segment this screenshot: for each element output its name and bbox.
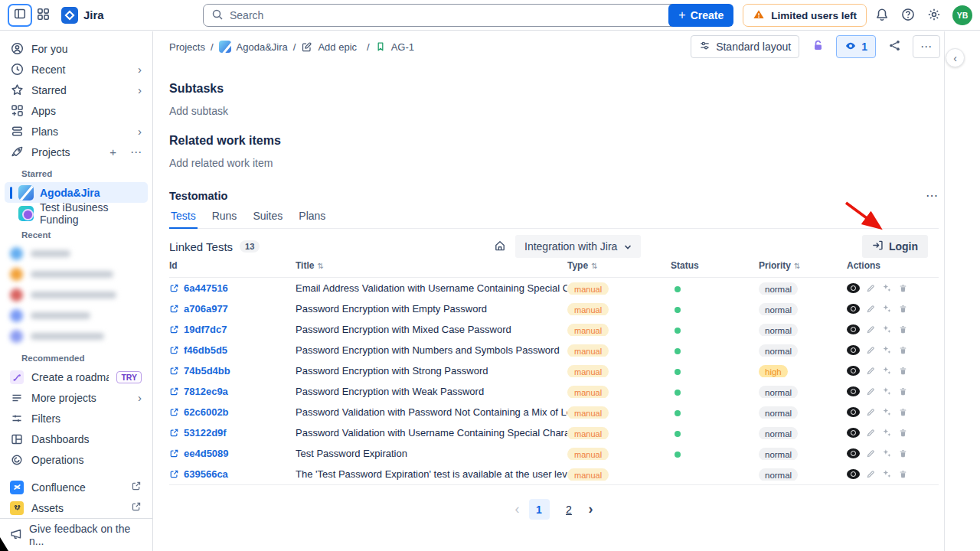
sidebar-item-filters[interactable]: Filters [0,408,152,429]
ai-test-icon[interactable] [882,324,892,334]
delete-test-icon[interactable] [898,345,908,355]
breadcrumb-issue-key[interactable]: AG-1 [391,41,414,53]
delete-test-icon[interactable] [898,324,908,334]
edit-test-icon[interactable] [866,469,876,479]
view-test-icon[interactable] [847,407,860,417]
recent-item-blurred[interactable] [0,264,152,285]
edit-test-icon[interactable] [866,448,876,458]
view-test-icon[interactable] [847,324,860,334]
pagination-next-button[interactable]: › [589,501,593,517]
edit-test-icon[interactable] [866,304,876,314]
collapse-panel-button[interactable]: ‹ [946,48,965,67]
sidebar-item-confluence[interactable]: Confluence [0,477,152,497]
pagination-prev-button[interactable]: ‹ [515,501,520,517]
test-id-link[interactable]: 7812ec9a [184,386,228,397]
sidebar-item-create-roadmap[interactable]: Create a roadmap TRY [0,367,152,387]
pagination-page-1[interactable]: 1 [529,499,550,520]
tab-tests[interactable]: Tests [169,210,198,229]
login-button[interactable]: Login [862,235,928,258]
sidebar-item-apps[interactable]: Apps [0,100,152,121]
sidebar-item-recent[interactable]: Recent › [0,59,152,80]
integration-dropdown[interactable]: Integration with Jira [515,235,641,258]
sidebar-item-assets[interactable]: Assets [0,497,152,518]
search-bar[interactable] [203,4,705,27]
column-title[interactable]: Title⇅ [296,260,567,271]
jira-brand[interactable]: Jira [61,7,104,24]
edit-test-icon[interactable] [866,283,876,293]
delete-test-icon[interactable] [898,407,908,417]
sidebar-item-starred[interactable]: Starred › [0,80,152,100]
edit-test-icon[interactable] [866,324,876,334]
ai-test-icon[interactable] [882,428,892,438]
ai-test-icon[interactable] [882,345,892,355]
view-test-icon[interactable] [847,345,860,355]
sidebar-item-plans[interactable]: Plans › [0,121,152,142]
sidebar-item-more-projects[interactable]: More projects › [0,387,152,408]
tab-suites[interactable]: Suites [251,210,284,228]
test-id-link[interactable]: 19df7dc7 [184,324,227,335]
edit-test-icon[interactable] [866,345,876,355]
sort-icon[interactable]: ⇅ [794,262,800,270]
more-actions-button[interactable]: ⋯ [913,35,940,58]
breadcrumb-add-epic[interactable]: Add epic [318,41,357,53]
sidebar-item-projects[interactable]: Projects + ⋯ [0,142,152,162]
sidebar-item-operations[interactable]: Operations [0,449,152,470]
test-id-link[interactable]: 62c6002b [184,406,229,418]
recent-item-blurred[interactable] [0,285,152,305]
watchers-button[interactable]: 1 [836,35,876,58]
sort-icon[interactable]: ⇅ [317,262,323,270]
sidebar-item-dashboards[interactable]: Dashboards [0,429,152,449]
test-id-link[interactable]: 74b5d4bb [184,365,230,377]
sidebar-project-agoda-jira[interactable]: Agoda&Jira [5,182,148,203]
test-id-link[interactable]: f46db5d5 [184,344,227,356]
column-priority[interactable]: Priority⇅ [759,260,847,271]
view-test-icon[interactable] [847,428,860,438]
sidebar-toggle-button[interactable] [8,4,32,27]
projects-more-icon[interactable]: ⋯ [130,146,142,158]
edit-test-icon[interactable] [866,428,876,438]
column-type[interactable]: Type⇅ [567,260,671,271]
view-test-icon[interactable] [847,366,860,376]
ai-test-icon[interactable] [882,304,892,314]
pagination-page-2[interactable]: 2 [559,499,580,520]
testomatio-menu-button[interactable]: ⋯ [926,188,939,203]
notifications-button[interactable] [871,5,893,26]
delete-test-icon[interactable] [898,304,908,314]
recent-item-blurred[interactable] [0,243,152,264]
unlock-button[interactable] [806,35,829,58]
test-id-link[interactable]: a706a977 [184,303,228,315]
limited-users-button[interactable]: Limited users left [743,4,867,27]
sidebar-project-test-ibusiness[interactable]: Test iBusiness Funding [5,203,148,223]
view-test-icon[interactable] [847,386,860,396]
view-test-icon[interactable] [847,304,860,314]
layout-button[interactable]: Standard layout [691,35,799,58]
ai-test-icon[interactable] [882,448,892,458]
view-test-icon[interactable] [847,469,860,479]
give-feedback-button[interactable]: Give feedback on the n... [0,518,152,551]
ai-test-icon[interactable] [882,469,892,479]
ai-test-icon[interactable] [882,366,892,376]
delete-test-icon[interactable] [898,366,908,376]
ai-test-icon[interactable] [882,407,892,417]
delete-test-icon[interactable] [898,283,908,293]
tab-plans[interactable]: Plans [297,210,327,228]
add-related-button[interactable]: Add related work item [169,157,939,169]
edit-test-icon[interactable] [866,366,876,376]
app-switcher-button[interactable] [32,5,54,26]
sort-icon[interactable]: ⇅ [591,262,597,270]
avatar[interactable]: YB [952,5,972,25]
breadcrumb-projects[interactable]: Projects [169,41,205,53]
add-subtask-button[interactable]: Add subtask [169,105,939,117]
test-id-link[interactable]: 639566ca [184,468,228,480]
share-button[interactable] [883,35,906,58]
recent-item-blurred[interactable] [0,305,152,326]
create-button[interactable]: + Create [668,4,733,27]
delete-test-icon[interactable] [898,448,908,458]
delete-test-icon[interactable] [898,428,908,438]
add-project-icon[interactable]: + [109,146,116,158]
search-input[interactable] [230,9,697,21]
view-test-icon[interactable] [847,448,860,458]
edit-test-icon[interactable] [866,386,876,396]
delete-test-icon[interactable] [898,469,908,479]
edit-test-icon[interactable] [866,407,876,417]
